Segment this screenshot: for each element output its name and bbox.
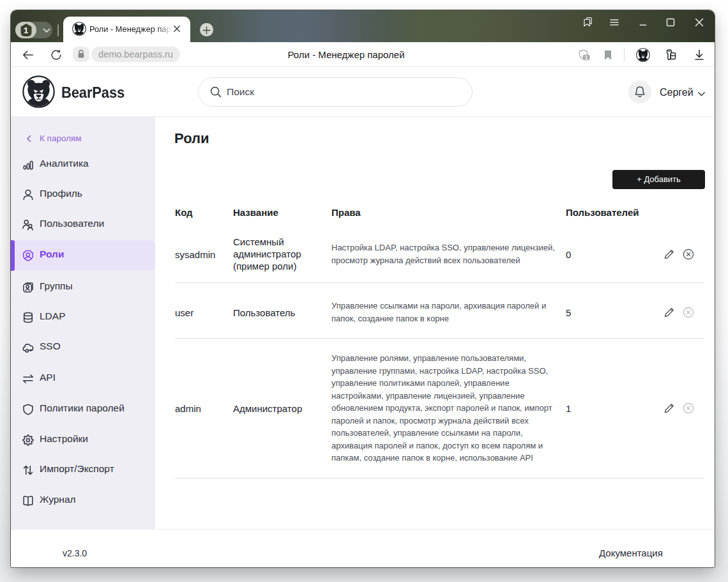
svg-text:1: 1 [585, 54, 588, 61]
